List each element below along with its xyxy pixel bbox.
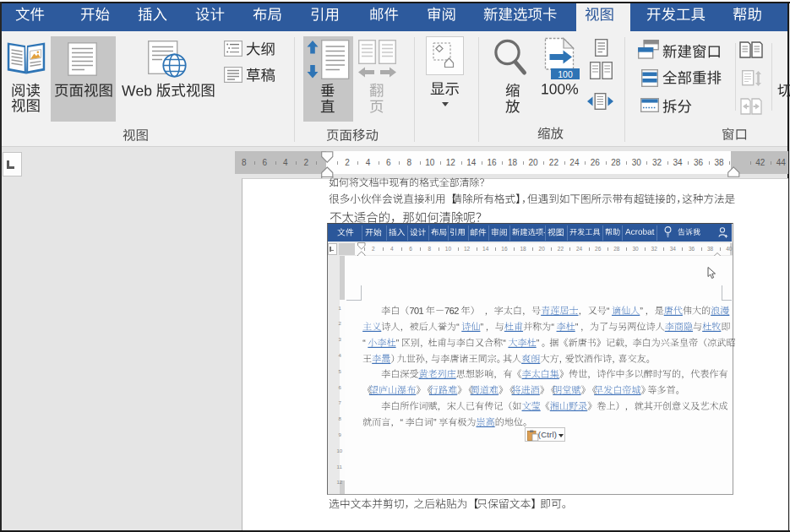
svg-text:100: 100 bbox=[558, 69, 573, 79]
